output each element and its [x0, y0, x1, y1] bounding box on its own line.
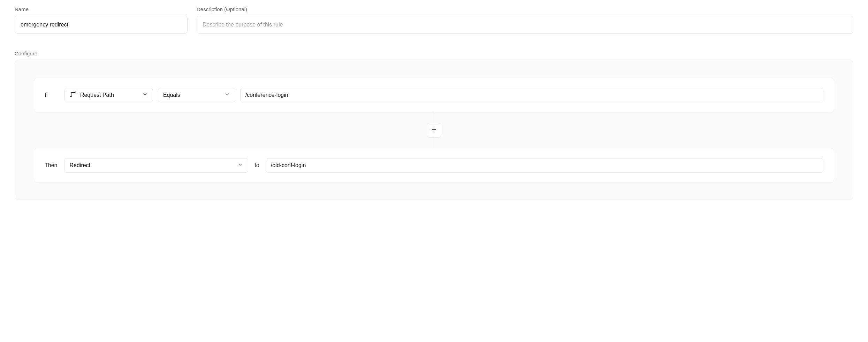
request-path-icon	[70, 91, 77, 99]
chevron-down-icon	[224, 92, 230, 99]
condition-field-select[interactable]: Request Path	[64, 88, 153, 102]
if-card: If Request Path Equals	[34, 78, 834, 112]
chevron-down-icon	[237, 162, 243, 169]
if-keyword: If	[45, 92, 48, 98]
condition-connector	[34, 112, 834, 148]
action-type-select[interactable]: Redirect	[64, 158, 248, 173]
condition-field-label: Request Path	[80, 92, 139, 98]
add-condition-button[interactable]	[427, 123, 441, 138]
condition-operator-select[interactable]: Equals	[158, 88, 235, 102]
description-label: Description (Optional)	[197, 6, 853, 12]
chevron-down-icon	[142, 92, 148, 99]
to-keyword: to	[254, 162, 259, 169]
action-type-label: Redirect	[69, 162, 234, 169]
action-target-input[interactable]	[266, 158, 823, 173]
configure-label: Configure	[15, 50, 853, 56]
description-input[interactable]	[197, 16, 853, 34]
then-keyword: Then	[45, 162, 57, 169]
condition-value-input[interactable]	[240, 88, 823, 102]
plus-icon	[431, 126, 437, 134]
name-input[interactable]	[15, 16, 188, 34]
then-card: Then Redirect to	[34, 148, 834, 183]
condition-operator-label: Equals	[163, 92, 221, 98]
configure-panel: If Request Path Equals	[15, 60, 853, 200]
name-label: Name	[15, 6, 188, 12]
